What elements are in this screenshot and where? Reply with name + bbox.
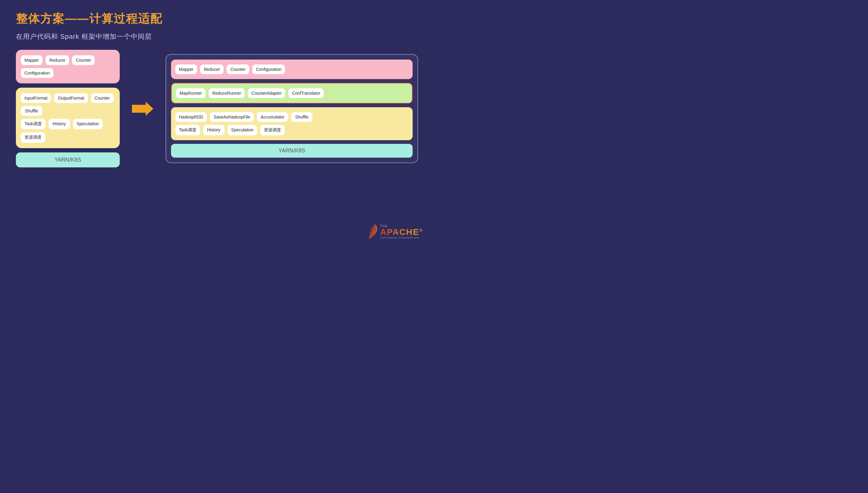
left-mapper: Mapper: [21, 55, 42, 65]
right-configuration: Configuration: [252, 64, 285, 74]
right-counteradapter: CounterAdapter: [248, 88, 285, 98]
left-pink-box: Mapper Reducer Counter Configuration: [16, 50, 120, 83]
left-resource: 资源调度: [21, 132, 45, 143]
left-yarn: YARN/K8S: [55, 157, 81, 163]
right-maprunner: MapRunner: [176, 88, 205, 98]
right-yellow-box: HadoopRDD SaveAsHadoopFile Accumulator S…: [171, 107, 413, 140]
arrow-container: [132, 101, 153, 116]
left-speculation: Speculation: [73, 119, 103, 129]
right-resource: 资源调度: [260, 125, 285, 135]
left-counter: Counter: [72, 55, 95, 65]
svg-marker-0: [132, 102, 153, 116]
right-counter: Counter: [226, 64, 249, 74]
right-history: History: [203, 125, 224, 135]
right-pink-row: Mapper Reducer Counter Configuration: [175, 64, 408, 74]
diagrams-container: Mapper Reducer Counter Configuration Inp…: [16, 50, 418, 167]
right-green-box: MapRunner ReduceRunner CounterAdapter Co…: [171, 83, 413, 104]
right-task: Task调度: [175, 125, 200, 135]
left-diagram: Mapper Reducer Counter Configuration Inp…: [16, 50, 120, 167]
left-yellow-box: InputFormat OutputFormat Counter Shuffle…: [16, 88, 120, 148]
right-cyan-box: YARN/K8S: [171, 144, 413, 157]
right-yarn: YARN/K8S: [279, 148, 305, 154]
apache-feather-icon: [366, 224, 378, 240]
right-reducer: Reducer: [200, 64, 223, 74]
apache-logo: THE APACHE® SOFTWARE FOUNDATION: [366, 224, 423, 240]
right-diagram: Mapper Reducer Counter Configuration Map…: [166, 54, 418, 163]
slide: 整体方案——计算过程适配 在用户代码和 Spark 框架中增加一个中间层 Map…: [0, 0, 434, 246]
right-green-row: MapRunner ReduceRunner CounterAdapter Co…: [176, 88, 408, 98]
left-history: History: [48, 119, 70, 129]
apache-name-label: APACHE®: [380, 228, 423, 236]
right-reducerunner: ReduceRunner: [209, 88, 245, 98]
right-yellow-row1: HadoopRDD SaveAsHadoopFile Accumulator S…: [175, 112, 408, 122]
left-configuration: Configuration: [21, 68, 53, 78]
left-yellow-row2: Task调度 History Speculation 资源调度: [21, 119, 115, 143]
left-task: Task调度: [21, 119, 45, 129]
right-pink-box: Mapper Reducer Counter Configuration: [171, 60, 413, 79]
left-reducer: Reducer: [45, 55, 69, 65]
right-shuffle: Shuffle: [291, 112, 312, 122]
right-speculation: Speculation: [227, 125, 257, 135]
right-saveashadoop: SaveAsHadoopFile: [210, 112, 254, 122]
apache-text-block: THE APACHE® SOFTWARE FOUNDATION: [380, 224, 423, 239]
right-yellow-row2: Task调度 History Speculation 资源调度: [175, 125, 408, 135]
left-outputformat: OutputFormat: [54, 93, 88, 103]
left-shuffle: Shuffle: [21, 106, 42, 116]
apache-foundation-label: SOFTWARE FOUNDATION: [380, 236, 419, 239]
left-pink-row: Mapper Reducer Counter Configuration: [21, 55, 115, 78]
left-counter2: Counter: [91, 93, 114, 103]
left-yellow-row1: InputFormat OutputFormat Counter Shuffle: [21, 93, 115, 116]
right-accumulator: Accumulator: [257, 112, 288, 122]
page-title: 整体方案——计算过程适配: [16, 11, 418, 26]
right-conftranslator: ConfTranslator: [288, 88, 324, 98]
right-arrow-icon: [132, 101, 153, 116]
left-inputformat: InputFormat: [21, 93, 51, 103]
page-subtitle: 在用户代码和 Spark 框架中增加一个中间层: [16, 32, 418, 41]
right-hadooprdd: HadoopRDD: [175, 112, 207, 122]
right-mapper: Mapper: [175, 64, 197, 74]
left-cyan-box: YARN/K8S: [16, 152, 120, 167]
